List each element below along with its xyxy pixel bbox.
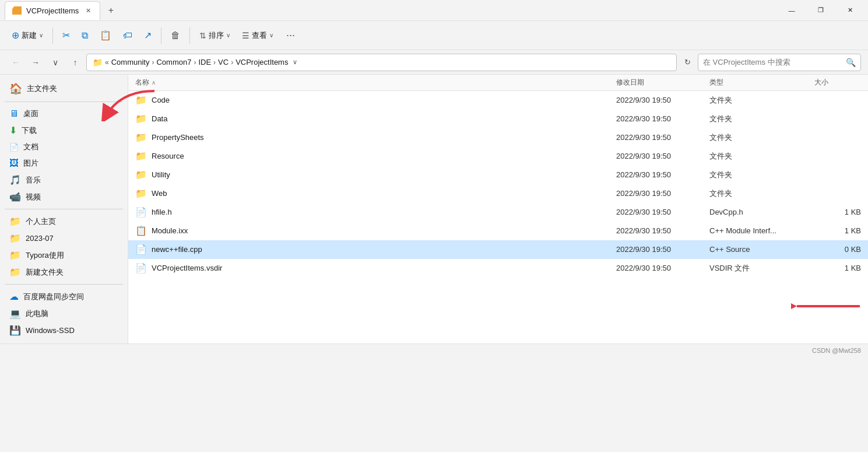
breadcrumb-vcprojectitems[interactable]: VCProjectItems bbox=[236, 58, 288, 66]
breadcrumb-ide[interactable]: IDE bbox=[198, 58, 211, 66]
file-icon: 📄 bbox=[135, 206, 147, 218]
recent-button[interactable]: ∨ bbox=[47, 54, 64, 71]
table-row[interactable]: 📄 VCProjectItems.vsdir 2022/9/30 19:50 V… bbox=[128, 259, 868, 278]
copy-icon: ⧉ bbox=[82, 30, 88, 41]
table-row[interactable]: 📁 Resource 2022/9/30 19:50 文件夹 bbox=[128, 147, 868, 166]
address-folder-icon: 📁 bbox=[93, 58, 103, 67]
drive-icon: 💾 bbox=[9, 325, 21, 336]
content-area: 🏠 主文件夹 🖥 桌面 📌 ⬇ 下载 📌 📄 文档 📌 🖼 图片 bbox=[0, 75, 868, 344]
more-button[interactable]: ··· bbox=[280, 26, 301, 45]
maximize-button[interactable]: ❐ bbox=[807, 2, 834, 19]
folder-icon-2023: 📁 bbox=[9, 233, 21, 244]
table-row[interactable]: 📁 Data 2022/9/30 19:50 文件夹 bbox=[128, 110, 868, 128]
sidebar-item-windows-ssd[interactable]: 💾 Windows-SSD bbox=[2, 322, 125, 339]
table-row[interactable]: 📁 Web 2022/9/30 19:50 文件夹 bbox=[128, 184, 868, 203]
forward-button[interactable]: → bbox=[27, 54, 44, 71]
video-icon: 📹 bbox=[9, 191, 21, 202]
file-name-cell: 📄 newc++file.cpp bbox=[135, 244, 616, 255]
tab-vcprojectitems[interactable]: VCProjectItems ✕ bbox=[5, 1, 100, 20]
col-date-label: 修改日期 bbox=[616, 78, 644, 87]
file-name: VCProjectItems.vsdir bbox=[152, 264, 222, 272]
up-button[interactable]: ↑ bbox=[66, 54, 84, 71]
breadcrumb-community[interactable]: Community bbox=[111, 58, 150, 66]
home-icon: 🏠 bbox=[9, 82, 22, 95]
copy-button[interactable]: ⧉ bbox=[77, 27, 93, 44]
sidebar-item-documents[interactable]: 📄 文档 📌 bbox=[2, 139, 125, 155]
folder-icon: 📁 bbox=[135, 113, 147, 124]
table-row[interactable]: 📁 Code 2022/9/30 19:50 文件夹 bbox=[128, 91, 868, 110]
breadcrumb-sep-4: › bbox=[231, 58, 233, 66]
sidebar-photos-label: 图片 bbox=[23, 158, 38, 169]
file-name: newc++file.cpp bbox=[152, 245, 202, 254]
file-list-header: 名称 ∧ 修改日期 类型 大小 bbox=[128, 75, 868, 91]
file-type: C++ Source bbox=[709, 245, 814, 254]
sidebar-item-2023[interactable]: 📁 2023-07 bbox=[2, 230, 125, 247]
folder-icon: 📁 bbox=[135, 188, 147, 199]
sidebar-computer-label: 此电脑 bbox=[26, 309, 48, 319]
view-button[interactable]: ☰ 查看 ∨ bbox=[237, 27, 278, 44]
sidebar-2023-label: 2023-07 bbox=[26, 234, 54, 243]
back-button[interactable]: ← bbox=[7, 54, 24, 71]
search-input[interactable] bbox=[703, 58, 842, 66]
rename-icon: 🏷 bbox=[123, 30, 132, 41]
sidebar-item-baidu[interactable]: ☁ 百度网盘同步空间 bbox=[2, 288, 125, 305]
file-name-cell: 📁 Resource bbox=[135, 150, 616, 162]
sort-button[interactable]: ⇅ 排序 ∨ bbox=[195, 27, 235, 44]
new-button[interactable]: ⊕ 新建 ∨ bbox=[7, 26, 48, 44]
new-chevron-icon: ∨ bbox=[39, 32, 43, 38]
search-box[interactable]: 🔍 bbox=[698, 54, 861, 71]
table-row[interactable]: 📁 PropertySheets 2022/9/30 19:50 文件夹 bbox=[128, 128, 868, 147]
col-header-size[interactable]: 大小 bbox=[814, 78, 861, 87]
file-date: 2022/9/30 19:50 bbox=[616, 226, 709, 235]
file-name-cell: 📁 Web bbox=[135, 188, 616, 199]
table-row[interactable]: 📋 Module.ixx 2022/9/30 19:50 C++ Module … bbox=[128, 222, 868, 240]
sidebar-item-typora[interactable]: 📁 Typora使用 bbox=[2, 247, 125, 264]
minimize-button[interactable]: — bbox=[778, 2, 805, 19]
file-type: 文件夹 bbox=[709, 170, 814, 180]
view-icon: ☰ bbox=[242, 31, 249, 40]
file-date: 2022/9/30 19:50 bbox=[616, 245, 709, 254]
view-chevron-icon: ∨ bbox=[269, 32, 273, 38]
file-icon: 📄 bbox=[135, 244, 147, 255]
close-button[interactable]: ✕ bbox=[837, 2, 863, 19]
sidebar-item-photos[interactable]: 🖼 图片 📌 bbox=[2, 155, 125, 171]
breadcrumb-common7[interactable]: Common7 bbox=[156, 58, 191, 66]
paste-button[interactable]: 📋 bbox=[95, 26, 116, 44]
sort-icon: ⇅ bbox=[199, 31, 206, 40]
sidebar-item-home[interactable]: 🏠 主文件夹 bbox=[2, 79, 125, 98]
sidebar-item-newfolder[interactable]: 📁 新建文件夹 bbox=[2, 264, 125, 281]
cut-button[interactable]: ✂ bbox=[58, 26, 75, 44]
col-header-name[interactable]: 名称 ∧ bbox=[135, 78, 616, 87]
file-name-cell: 📁 Code bbox=[135, 94, 616, 106]
rename-button[interactable]: 🏷 bbox=[118, 27, 137, 44]
sidebar-item-downloads[interactable]: ⬇ 下载 📌 bbox=[2, 122, 125, 139]
col-header-type[interactable]: 类型 bbox=[709, 78, 814, 87]
file-date: 2022/9/30 19:50 bbox=[616, 208, 709, 216]
sidebar-typora-label: Typora使用 bbox=[26, 250, 64, 261]
table-row[interactable]: 📁 Utility 2022/9/30 19:50 文件夹 bbox=[128, 166, 868, 184]
refresh-button[interactable]: ↻ bbox=[679, 54, 695, 71]
col-header-date[interactable]: 修改日期 bbox=[616, 78, 709, 87]
sidebar-desktop-label: 桌面 bbox=[23, 108, 38, 119]
file-date: 2022/9/30 19:50 bbox=[616, 264, 709, 272]
breadcrumb-sep-1: › bbox=[152, 58, 154, 66]
tab-close-button[interactable]: ✕ bbox=[83, 6, 93, 15]
file-name: PropertySheets bbox=[152, 133, 204, 142]
delete-button[interactable]: 🗑 bbox=[166, 27, 185, 44]
sidebar-item-desktop[interactable]: 🖥 桌面 📌 bbox=[2, 106, 125, 122]
separator-1 bbox=[52, 27, 53, 44]
folder-icon: 📁 bbox=[135, 94, 147, 106]
sidebar-item-personal[interactable]: 📁 个人主页 bbox=[2, 213, 125, 230]
new-tab-button[interactable]: + bbox=[103, 2, 119, 19]
address-bar[interactable]: 📁 « Community › Common7 › IDE › VC › VCP… bbox=[86, 54, 677, 71]
document-icon: 📄 bbox=[9, 143, 19, 152]
table-row[interactable]: 📄 newc++file.cpp 2022/9/30 19:50 C++ Sou… bbox=[128, 240, 868, 259]
sidebar-item-computer[interactable]: 💻 此电脑 bbox=[2, 305, 125, 322]
breadcrumb-sep-2: › bbox=[194, 58, 196, 66]
title-bar-left: VCProjectItems ✕ + bbox=[5, 1, 778, 20]
table-row[interactable]: 📄 hfile.h 2022/9/30 19:50 DevCpp.h 1 KB bbox=[128, 203, 868, 222]
sidebar-item-videos[interactable]: 📹 视频 📌 bbox=[2, 188, 125, 205]
share-button[interactable]: ↗ bbox=[139, 26, 156, 44]
breadcrumb-vc[interactable]: VC bbox=[218, 58, 229, 66]
sidebar-item-music[interactable]: 🎵 音乐 📌 bbox=[2, 171, 125, 188]
